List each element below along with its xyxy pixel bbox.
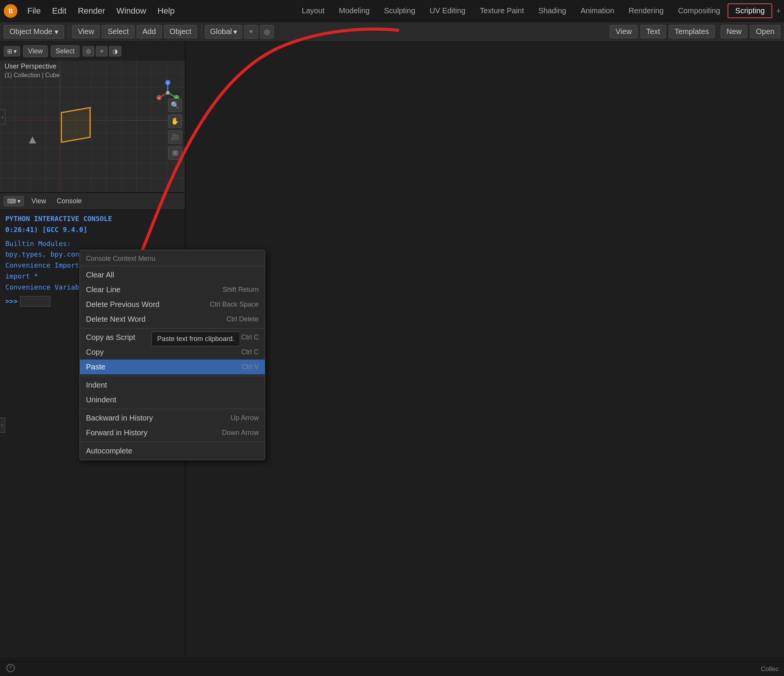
console-console-btn[interactable]: Console xyxy=(54,196,85,207)
ws-tab-sculpting[interactable]: Sculpting xyxy=(377,4,422,17)
text-editor-text-btn[interactable]: Text xyxy=(640,25,666,38)
overlay-btn[interactable]: ⊙ xyxy=(83,46,94,56)
ws-tab-rendering[interactable]: Rendering xyxy=(622,4,670,17)
context-menu-indent[interactable]: Indent xyxy=(80,378,265,393)
viewport-toolbar: Object Mode ▾ View Select Add Object Glo… xyxy=(0,22,784,42)
panel-collapse-arrow[interactable]: › xyxy=(0,109,5,125)
ws-tab-texture-paint[interactable]: Texture Paint xyxy=(473,4,531,17)
console-prompt-symbol: >>> xyxy=(5,297,18,305)
ws-tab-shading[interactable]: Shading xyxy=(532,4,573,17)
ws-tab-modeling[interactable]: Modeling xyxy=(332,4,376,17)
camera-object: ▲ xyxy=(27,132,39,146)
zoom-tool[interactable]: 🔍 xyxy=(168,98,182,112)
shading-btn[interactable]: ◑ xyxy=(109,46,121,56)
ws-tab-layout[interactable]: Layout xyxy=(295,4,331,17)
context-menu-sep3 xyxy=(80,409,265,409)
viewport-select-btn[interactable]: Select xyxy=(51,45,80,57)
svg-point-11 xyxy=(166,91,170,95)
context-menu-unindent[interactable]: Unindent xyxy=(80,393,265,407)
status-right: Collec xyxy=(761,665,779,673)
collection-label: (1) Collection | Cube xyxy=(5,72,60,79)
ws-tab-animation[interactable]: Animation xyxy=(574,4,621,17)
context-menu-clear-line[interactable]: Clear Line Shift Return xyxy=(80,282,265,297)
console-collapse-arrow[interactable]: › xyxy=(0,417,5,433)
toolbar-view-btn[interactable]: View xyxy=(72,25,100,38)
context-menu-delete-next-word[interactable]: Delete Next Word Ctrl Delete xyxy=(80,312,265,327)
top-menubar: B File Edit Render Window Help Layout Mo… xyxy=(0,0,784,22)
ws-tab-scripting[interactable]: Scripting xyxy=(728,3,772,18)
open-script-btn[interactable]: Open xyxy=(750,25,780,38)
tooltip: Paste text from clipboard. xyxy=(151,332,240,346)
svg-text:B: B xyxy=(8,8,13,14)
context-menu: Console Context Menu Clear All Clear Lin… xyxy=(80,250,265,460)
ws-tab-compositing[interactable]: Compositing xyxy=(671,4,727,17)
viewport-view-btn[interactable]: View xyxy=(23,45,48,57)
context-menu-sep1 xyxy=(80,328,265,329)
camera-view-tool[interactable]: 🎥 xyxy=(168,130,182,144)
context-menu-forward-history[interactable]: Forward in History Down Arrow xyxy=(80,425,265,440)
text-editor-content[interactable] xyxy=(186,42,784,657)
text-editor-view-btn[interactable]: View xyxy=(610,25,637,38)
blender-logo: B xyxy=(3,3,18,19)
console-editor-type[interactable]: ⌨ ▾ xyxy=(4,196,24,206)
menu-help[interactable]: Help xyxy=(152,4,180,18)
ws-tab-uv-editing[interactable]: UV Editing xyxy=(423,4,472,17)
status-icons xyxy=(5,663,16,675)
context-menu-backward-history[interactable]: Backward in History Up Arrow xyxy=(80,411,265,425)
console-python-header: PYTHON INTERACTIVE CONSOLE xyxy=(5,213,180,224)
gizmo-btn[interactable]: ✧ xyxy=(96,46,108,56)
status-bar: Collec xyxy=(0,662,784,676)
menu-window[interactable]: Window xyxy=(111,4,151,18)
console-input[interactable] xyxy=(20,296,50,307)
add-workspace-btn[interactable]: + xyxy=(776,6,781,16)
move-tool[interactable]: ✋ xyxy=(168,114,182,128)
ortho-view-tool[interactable]: ⊞ xyxy=(168,146,182,160)
viewport-icon: ⊞ xyxy=(7,48,12,55)
cube-object[interactable] xyxy=(61,107,91,143)
proportional-edit-btn[interactable]: ◎ xyxy=(260,25,274,39)
context-menu-autocomplete[interactable]: Autocomplete xyxy=(80,444,265,458)
context-menu-delete-prev-word[interactable]: Delete Previous Word Ctrl Back Space xyxy=(80,297,265,312)
svg-text:X: X xyxy=(158,96,160,100)
viewport-header: ⊞ ▾ View Select ⊙ ✧ ◑ xyxy=(0,42,185,61)
console-header: ⌨ ▾ View Console xyxy=(0,193,185,210)
context-menu-clear-all[interactable]: Clear All xyxy=(80,268,265,282)
context-menu-sep2 xyxy=(80,376,265,376)
menu-file[interactable]: File xyxy=(22,4,46,18)
console-builtin-label: Builtin Modules: xyxy=(5,238,180,249)
new-script-btn[interactable]: New xyxy=(721,25,747,38)
3d-viewport[interactable]: ⊞ ▾ View Select ⊙ ✧ ◑ User Perspective (… xyxy=(0,42,185,193)
chevron-icon: ▾ xyxy=(14,48,17,55)
toolbar-add-btn[interactable]: Add xyxy=(137,25,162,38)
object-mode-label: Object Mode xyxy=(9,27,52,36)
context-menu-copy[interactable]: Copy Ctrl C xyxy=(80,345,265,360)
toolbar-object-btn[interactable]: Object xyxy=(164,25,197,38)
viewport-editor-type[interactable]: ⊞ ▾ xyxy=(4,46,20,56)
viewport-tools: 🔍 ✋ 🎥 ⊞ xyxy=(168,98,182,160)
chevron-down-icon2: ▾ xyxy=(233,27,237,36)
menu-edit[interactable]: Edit xyxy=(47,4,72,18)
chevron-icon3: ▾ xyxy=(17,198,20,205)
menu-render[interactable]: Render xyxy=(72,4,110,18)
x-axis-line xyxy=(0,120,185,121)
text-editor-templates-btn[interactable]: Templates xyxy=(669,25,715,38)
context-menu-paste[interactable]: Paste Ctrl V xyxy=(80,360,265,374)
console-gcc-info: 0:26:41) [GCC 9.4.0] xyxy=(5,224,180,235)
viewport-overlay-btns: ⊙ ✧ ◑ xyxy=(83,46,121,56)
console-icon: ⌨ xyxy=(7,198,16,205)
context-menu-sep4 xyxy=(80,442,265,442)
snap-btn[interactable]: ⌖ xyxy=(244,25,258,39)
perspective-label: User Perspective xyxy=(5,62,56,70)
console-view-btn[interactable]: View xyxy=(28,196,49,207)
right-panel xyxy=(186,42,784,657)
context-menu-title: Console Context Menu xyxy=(80,252,265,266)
y-axis-line xyxy=(59,42,60,192)
toolbar-mode-selector[interactable]: Object Mode ▾ xyxy=(4,25,64,39)
toolbar-select-btn[interactable]: Select xyxy=(102,25,134,38)
transform-label: Global xyxy=(210,27,232,36)
svg-text:Z: Z xyxy=(167,81,169,85)
chevron-down-icon: ▾ xyxy=(55,27,58,36)
transform-dropdown[interactable]: Global ▾ xyxy=(205,25,242,39)
